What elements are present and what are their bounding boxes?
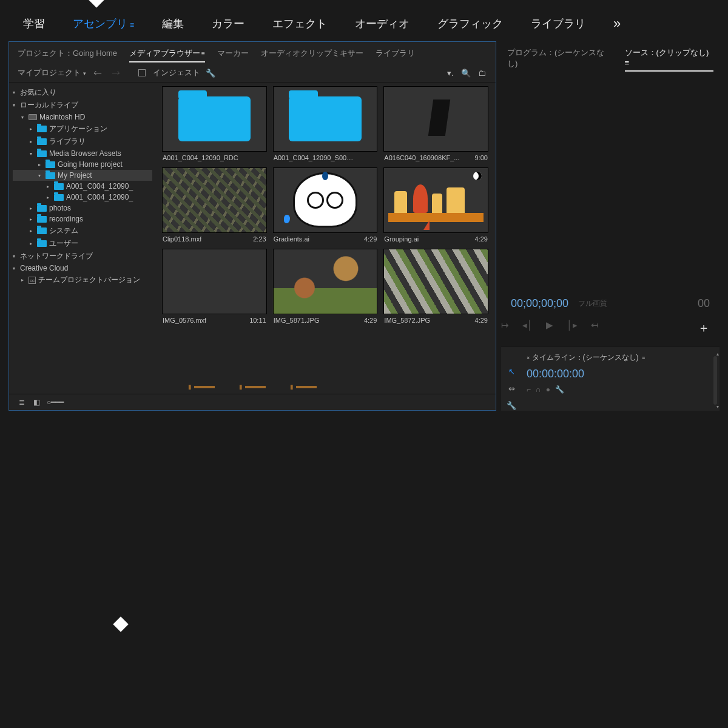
tab-media-browser[interactable]: メディアブラウザー≡ (129, 48, 205, 62)
tab-program[interactable]: プログラム：(シーケンスなし) (507, 47, 613, 72)
tree-cc[interactable]: ▾Creative Cloud (13, 263, 152, 274)
timeline-tab[interactable]: × タイムライン：(シーケンスなし) ≡ (527, 352, 705, 365)
step-back-icon[interactable]: ◂│ (522, 320, 533, 336)
thumb-item[interactable]: A016C040_160908KF_...9:00 (383, 86, 488, 163)
thumb-item[interactable]: A001_C004_12090_S001.RDC (273, 86, 378, 163)
tree-recordings[interactable]: ▸recordings (13, 214, 152, 224)
workspace-bar: 学習 アセンブリ≡ 編集 カラー エフェクト オーディオ グラフィック ライブラ… (0, 0, 728, 41)
tree-network-label: ネットワークドライブ (20, 251, 93, 261)
ws-color[interactable]: カラー (212, 16, 244, 31)
ws-learn[interactable]: 学習 (23, 16, 45, 31)
tree-applications-label: アプリケーション (49, 124, 107, 134)
list-view-icon[interactable]: ≣ (18, 398, 26, 406)
thumb-name: IMG_5871.JPG (274, 317, 320, 324)
mark-out-icon[interactable]: ↤ (591, 320, 599, 336)
thumb-name: IMG_5872.JPG (384, 317, 430, 324)
ws-audio[interactable]: オーディオ (355, 16, 410, 31)
cc-icon: cc (29, 277, 36, 284)
tree-myproject[interactable]: ▾My Project (13, 170, 152, 181)
tree-users[interactable]: ▸ユーザー (13, 237, 152, 250)
thumb-item[interactable]: IMG_5872.JPG4:29 (383, 249, 488, 325)
nav-back-icon[interactable]: 🡐 (93, 68, 102, 78)
play-icon[interactable]: ▶ (546, 320, 553, 336)
thumb-item[interactable]: A001_C004_12090_RDC (162, 86, 267, 163)
timeline-timecode[interactable]: 00:00:00:00 (527, 365, 705, 385)
thumb-item[interactable]: IMG_0576.mxf10:11 (162, 249, 267, 325)
tab-menu-icon[interactable]: ≡ (642, 355, 645, 361)
folder-tree: ▾お気に入り ▾ローカルドライブ ▾Macintosh HD ▸アプリケーション… (9, 83, 158, 380)
thumb-dur: 4:29 (475, 317, 488, 324)
selection-tool-icon[interactable]: ↖ (506, 366, 517, 377)
thumb-preview (383, 167, 488, 233)
step-fwd-icon[interactable]: │▸ (567, 320, 577, 336)
ingest-checkbox[interactable] (138, 69, 146, 76)
thumb-item[interactable]: Grouping.ai4:29 (383, 167, 488, 244)
tree-sub1[interactable]: ▸A001_C004_12090_ (13, 181, 152, 192)
ws-overflow-icon[interactable]: » (613, 16, 622, 32)
marker-icon[interactable]: ● (546, 385, 550, 394)
tree-photos[interactable]: ▸photos (13, 203, 152, 214)
thumb-item[interactable]: Gradients.ai4:29 (273, 167, 378, 244)
tree-ghp[interactable]: ▸Going Home project (13, 159, 152, 170)
tab-library[interactable]: ライブラリ (376, 48, 415, 62)
folder-icon (37, 205, 47, 212)
icon-view-icon[interactable]: ◧ (32, 398, 41, 406)
nav-fwd-icon[interactable]: 🡒 (112, 68, 120, 78)
thumb-dur: 2:23 (253, 235, 266, 243)
program-monitor (501, 74, 720, 292)
thumb-dur: 10:11 (249, 317, 266, 324)
tool-2-icon[interactable]: ⇔ (506, 383, 517, 394)
project-selector[interactable]: マイプロジェクト▾ (18, 67, 86, 78)
ws-library[interactable]: ライブラリ (531, 16, 585, 31)
tree-favorites[interactable]: ▾お気に入り (13, 86, 152, 99)
mark-in-icon[interactable]: ↦ (501, 320, 509, 336)
tab-media-browser-label: メディアブラウザー (129, 49, 200, 58)
tc-current[interactable]: 00;00;00;00 (511, 297, 568, 310)
tree-library-label: ライブラリ (49, 136, 86, 147)
thumb-name: A001_C004_12090_S001.RDC (274, 154, 354, 161)
right-panel: プログラム：(シーケンスなし) ソース：(クリップなし) ≡ 00;00;00;… (501, 41, 720, 411)
button-editor-icon[interactable]: ＋ (698, 320, 720, 336)
tree-network[interactable]: ▾ネットワークドライブ (13, 250, 152, 263)
tab-source[interactable]: ソース：(クリップなし) ≡ (625, 47, 713, 72)
thumb-item[interactable]: Clip0118.mxf2:23 (162, 167, 267, 244)
zoom-fit-label[interactable]: フル画質 (578, 298, 607, 309)
hover-scrub-bar: ▮ ▮ ▮ (9, 380, 496, 394)
thumb-name: A001_C004_12090_RDC (163, 154, 238, 161)
thumb-preview (273, 249, 378, 314)
tab-audio-mixer[interactable]: オーディオクリップミキサー (261, 48, 363, 62)
timeline-vscroll[interactable]: ▴▾ (710, 350, 720, 411)
ws-edit[interactable]: 編集 (162, 16, 184, 31)
ws-assembly-label: アセンブリ (73, 18, 127, 30)
tab-project[interactable]: プロジェクト：Going Home (18, 48, 117, 62)
snap-icon[interactable]: ⌐ (527, 385, 531, 394)
wrench-tool-icon[interactable]: 🔧 (506, 400, 517, 411)
thumb-item[interactable]: IMG_5871.JPG4:29 (273, 249, 378, 325)
media-browser-panel: プロジェクト：Going Home メディアブラウザー≡ マーカー オーディオク… (8, 41, 496, 411)
search-icon[interactable]: 🔍 (460, 69, 471, 78)
link-icon[interactable]: ∩ (536, 385, 541, 394)
new-bin-icon[interactable]: 🗀 (476, 69, 487, 78)
tab-menu-icon[interactable]: ≡ (201, 50, 205, 57)
filter-icon[interactable]: ▾. (445, 69, 456, 78)
settings-icon[interactable]: 🔧 (555, 385, 564, 394)
tree-sub2[interactable]: ▸A001_C004_12090_ (13, 192, 152, 203)
tree-local-drives-label: ローカルドライブ (20, 100, 78, 110)
tree-library[interactable]: ▸ライブラリ (13, 135, 152, 148)
tree-team-versions[interactable]: ▸ccチームプロジェクトバージョン (13, 274, 152, 286)
timeline-panel: ↖ ⇔ 🔧 × タイムライン：(シーケンスなし) ≡ 00:00:00:00 ⌐… (501, 346, 720, 411)
tree-drive[interactable]: ▾Macintosh HD (13, 112, 152, 123)
tab-menu-icon[interactable]: ≡ (625, 58, 630, 67)
tab-markers[interactable]: マーカー (217, 48, 249, 62)
tree-mba[interactable]: ▾Media Browser Assets (13, 148, 152, 159)
ingest-settings-icon[interactable]: 🔧 (205, 69, 216, 78)
ws-assembly[interactable]: アセンブリ≡ (73, 16, 134, 31)
ws-effects[interactable]: エフェクト (272, 16, 327, 31)
thumb-preview (383, 249, 488, 314)
tree-system[interactable]: ▸システム (13, 224, 152, 237)
ws-graphics[interactable]: グラフィック (437, 16, 503, 31)
tree-applications[interactable]: ▸アプリケーション (13, 123, 152, 135)
tree-photos-label: photos (49, 204, 71, 212)
zoom-slider-icon[interactable]: ○━━━ (47, 398, 55, 406)
tree-local-drives[interactable]: ▾ローカルドライブ (13, 99, 152, 112)
